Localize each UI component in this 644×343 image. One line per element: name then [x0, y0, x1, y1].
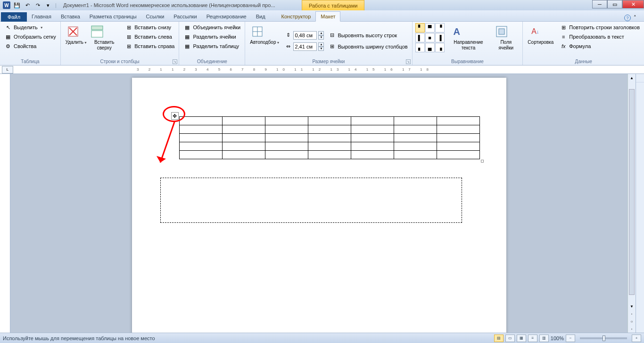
insert-above-button[interactable]: Вставить сверху — [88, 23, 121, 58]
contextual-tab-title: Работа с таблицами — [302, 0, 364, 10]
row-height-input[interactable] — [293, 31, 317, 40]
qat-customize-icon[interactable]: ▾ — [43, 1, 53, 9]
distribute-rows-button[interactable]: ⊟Выровнять высоту строк — [327, 31, 409, 40]
split-icon: ▦ — [183, 33, 191, 41]
insert-right-icon: ⊞ — [125, 42, 132, 50]
spin-down[interactable]: ▼ — [318, 47, 324, 51]
spin-up[interactable]: ▲ — [318, 31, 324, 35]
svg-marker-11 — [157, 156, 166, 163]
insert-right-button[interactable]: ⊞Вставить справа — [124, 42, 176, 50]
merge-cells-button[interactable]: ▦Объединить ячейки — [182, 23, 242, 32]
collapse-ribbon-icon[interactable]: ˄ — [634, 15, 640, 21]
help-icon[interactable]: ? — [624, 15, 631, 21]
view-print-layout[interactable]: ▤ — [494, 335, 504, 342]
insert-below-button[interactable]: ⊞Вставить снизу — [124, 23, 176, 32]
formula-button[interactable]: fxФормула — [558, 42, 641, 50]
select-button[interactable]: ↖Выделить▼ — [3, 23, 58, 32]
ruler-toggle[interactable] — [636, 74, 644, 82]
qat-redo-icon[interactable]: ↷ — [33, 1, 42, 9]
zoom-slider[interactable] — [580, 337, 627, 339]
zoom-out-button[interactable]: − — [566, 335, 575, 342]
properties-button[interactable]: ⚙Свойства — [3, 42, 58, 50]
repeat-hdr-icon: ⊞ — [560, 24, 567, 31]
align-tc[interactable]: ▀ — [425, 23, 435, 33]
tab-review[interactable]: Рецензирование — [202, 12, 251, 21]
dialog-launcher[interactable]: ↘ — [173, 59, 177, 64]
page[interactable]: ✥ — [132, 78, 506, 333]
view-draft[interactable]: ▥ — [539, 335, 549, 342]
word-app-icon[interactable]: W — [2, 1, 11, 9]
status-bar: Используйте мышь для перемещения таблицы… — [0, 333, 644, 343]
convert-to-text-button[interactable]: ≡Преобразовать в текст — [558, 33, 641, 41]
sort-icon: A↓ — [528, 24, 543, 39]
align-br[interactable]: ▗ — [435, 43, 445, 52]
document-table[interactable] — [179, 116, 480, 159]
text-direction-button[interactable]: A Направление текста — [447, 23, 490, 58]
tab-design[interactable]: Конструктор — [277, 12, 316, 21]
maximize-button[interactable]: ▭ — [607, 0, 622, 8]
minimize-button[interactable]: ─ — [592, 0, 607, 8]
table-resize-handle[interactable] — [481, 160, 484, 163]
drag-target-outline — [160, 178, 462, 223]
tab-layout[interactable]: Макет — [315, 11, 340, 22]
merge-icon: ▦ — [183, 24, 191, 31]
close-button[interactable]: ✕ — [622, 0, 644, 8]
properties-icon: ⚙ — [4, 42, 12, 50]
group-label: Размер ячейки — [248, 58, 409, 64]
align-bc[interactable]: ▄ — [425, 43, 435, 52]
show-gridlines-button[interactable]: ▦Отобразить сетку — [3, 33, 58, 41]
view-web[interactable]: ▦ — [517, 335, 526, 342]
sort-button[interactable]: A↓ Сортировка — [526, 23, 555, 58]
status-message: Используйте мышь для перемещения таблицы… — [3, 335, 155, 341]
distribute-cols-button[interactable]: ⊞Выровнять ширину столбцов — [327, 42, 409, 51]
repeat-headers-button[interactable]: ⊞Повторить строки заголовков — [558, 23, 641, 32]
zoom-thumb[interactable] — [603, 335, 605, 341]
delete-button[interactable]: Удалить▼ — [64, 23, 85, 58]
delete-icon — [66, 24, 81, 39]
spin-up[interactable]: ▲ — [318, 42, 324, 47]
group-rows-cols: Удалить▼ Вставить сверху ⊞Вставить снизу… — [61, 22, 180, 65]
ribbon: ↖Выделить▼ ▦Отобразить сетку ⚙Свойства Т… — [0, 22, 644, 65]
view-outline[interactable]: ≡ — [528, 335, 537, 342]
tab-selector[interactable]: L — [2, 66, 13, 74]
align-mc[interactable]: ■ — [425, 33, 435, 42]
qat-save-icon[interactable]: 💾 — [12, 1, 22, 9]
tab-mailings[interactable]: Рассылки — [169, 12, 201, 21]
svg-rect-4 — [91, 26, 103, 30]
zoom-in-button[interactable]: + — [632, 335, 641, 342]
align-tl[interactable]: ▘ — [415, 23, 425, 33]
spin-down[interactable]: ▼ — [318, 35, 324, 40]
align-tr[interactable]: ▝ — [435, 23, 445, 33]
align-bl[interactable]: ▖ — [415, 43, 425, 52]
split-table-button[interactable]: ▦Разделить таблицу — [182, 42, 242, 50]
col-width-input[interactable] — [293, 42, 317, 51]
cell-margins-button[interactable]: Поля ячейки — [492, 23, 520, 58]
tab-file[interactable]: Файл — [1, 12, 27, 22]
align-ml[interactable]: ▌ — [415, 33, 425, 42]
scroll-down[interactable]: ▼ — [628, 302, 636, 310]
autofit-button[interactable]: Автоподбор▼ — [248, 23, 281, 58]
next-page[interactable]: ◦ — [628, 325, 636, 333]
document-area[interactable]: ✥ — [10, 74, 627, 333]
prev-page[interactable]: ◦ — [628, 310, 636, 318]
view-full-screen[interactable]: ▭ — [505, 335, 515, 342]
tab-home[interactable]: Главная — [27, 12, 56, 21]
scroll-thumb[interactable] — [629, 89, 635, 295]
qat-undo-icon[interactable]: ↶ — [23, 1, 32, 9]
tab-view[interactable]: Вид — [251, 12, 270, 21]
tab-page-layout[interactable]: Разметка страницы — [85, 12, 141, 21]
insert-left-button[interactable]: ⊞Вставить слева — [124, 33, 176, 41]
align-mr[interactable]: ▐ — [435, 33, 445, 42]
group-label: Данные — [526, 58, 641, 64]
split-cells-button[interactable]: ▦Разделить ячейки — [182, 33, 242, 41]
tab-insert[interactable]: Вставка — [56, 12, 85, 21]
horizontal-ruler[interactable]: L 3 2 1 1 2 3 4 5 6 7 8 9 10 11 12 13 14… — [0, 65, 644, 74]
zoom-value[interactable]: 100% — [551, 335, 564, 341]
tab-references[interactable]: Ссылки — [141, 12, 169, 21]
vertical-ruler[interactable] — [0, 74, 10, 333]
scroll-up[interactable]: ▲ — [628, 74, 636, 82]
browse-object[interactable]: ○ — [628, 318, 636, 325]
col-width-icon: ⇔ — [284, 43, 292, 50]
dialog-launcher[interactable]: ↘ — [406, 59, 411, 64]
vertical-scrollbar[interactable]: ▲ ▼ ◦ ○ ◦ — [627, 74, 636, 333]
